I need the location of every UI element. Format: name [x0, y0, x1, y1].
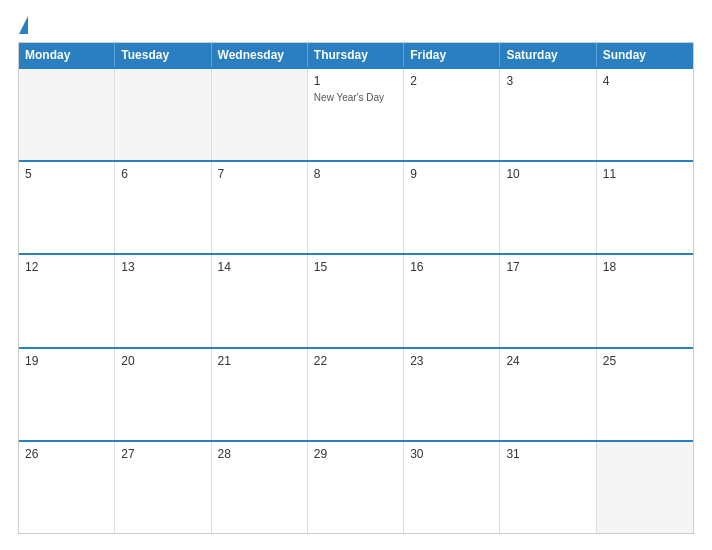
calendar-week-1: 1New Year's Day234	[19, 67, 693, 160]
calendar-body: 1New Year's Day2345678910111213141516171…	[19, 67, 693, 533]
cal-header-sunday: Sunday	[597, 43, 693, 67]
day-number: 11	[603, 166, 687, 183]
day-number: 1	[314, 73, 397, 90]
day-number: 14	[218, 259, 301, 276]
calendar-page: MondayTuesdayWednesdayThursdayFridaySatu…	[0, 0, 712, 550]
day-number: 20	[121, 353, 204, 370]
day-number: 22	[314, 353, 397, 370]
day-number: 19	[25, 353, 108, 370]
calendar-cell: 3	[500, 69, 596, 160]
calendar-cell: 1New Year's Day	[308, 69, 404, 160]
calendar-cell: 5	[19, 162, 115, 253]
calendar-cell: 9	[404, 162, 500, 253]
calendar-cell	[597, 442, 693, 533]
day-number: 31	[506, 446, 589, 463]
calendar-cell: 21	[212, 349, 308, 440]
day-number: 28	[218, 446, 301, 463]
day-number: 27	[121, 446, 204, 463]
day-number: 24	[506, 353, 589, 370]
day-number: 16	[410, 259, 493, 276]
day-number: 15	[314, 259, 397, 276]
calendar-cell: 13	[115, 255, 211, 346]
day-number: 13	[121, 259, 204, 276]
logo	[18, 16, 29, 34]
calendar-cell: 2	[404, 69, 500, 160]
calendar-cell: 24	[500, 349, 596, 440]
day-number: 17	[506, 259, 589, 276]
calendar-cell: 22	[308, 349, 404, 440]
calendar-grid: MondayTuesdayWednesdayThursdayFridaySatu…	[18, 42, 694, 534]
calendar-cell: 7	[212, 162, 308, 253]
day-number: 7	[218, 166, 301, 183]
calendar-cell: 18	[597, 255, 693, 346]
day-number: 25	[603, 353, 687, 370]
calendar-cell	[19, 69, 115, 160]
day-number: 21	[218, 353, 301, 370]
cal-header-saturday: Saturday	[500, 43, 596, 67]
calendar-header-row: MondayTuesdayWednesdayThursdayFridaySatu…	[19, 43, 693, 67]
day-number: 2	[410, 73, 493, 90]
calendar-header	[18, 16, 694, 34]
calendar-week-2: 567891011	[19, 160, 693, 253]
calendar-week-4: 19202122232425	[19, 347, 693, 440]
day-number: 12	[25, 259, 108, 276]
calendar-cell: 23	[404, 349, 500, 440]
holiday-label: New Year's Day	[314, 91, 397, 104]
cal-header-tuesday: Tuesday	[115, 43, 211, 67]
calendar-cell	[115, 69, 211, 160]
calendar-cell: 30	[404, 442, 500, 533]
day-number: 23	[410, 353, 493, 370]
day-number: 3	[506, 73, 589, 90]
calendar-cell: 14	[212, 255, 308, 346]
calendar-cell: 12	[19, 255, 115, 346]
calendar-cell: 8	[308, 162, 404, 253]
day-number: 18	[603, 259, 687, 276]
calendar-cell: 20	[115, 349, 211, 440]
cal-header-friday: Friday	[404, 43, 500, 67]
calendar-cell: 28	[212, 442, 308, 533]
calendar-cell: 17	[500, 255, 596, 346]
logo-triangle-icon	[19, 16, 28, 34]
calendar-cell: 29	[308, 442, 404, 533]
calendar-cell: 10	[500, 162, 596, 253]
calendar-cell: 25	[597, 349, 693, 440]
calendar-cell: 6	[115, 162, 211, 253]
calendar-cell: 4	[597, 69, 693, 160]
calendar-week-3: 12131415161718	[19, 253, 693, 346]
cal-header-wednesday: Wednesday	[212, 43, 308, 67]
calendar-cell: 26	[19, 442, 115, 533]
day-number: 9	[410, 166, 493, 183]
calendar-cell	[212, 69, 308, 160]
calendar-cell: 31	[500, 442, 596, 533]
cal-header-monday: Monday	[19, 43, 115, 67]
calendar-cell: 11	[597, 162, 693, 253]
day-number: 10	[506, 166, 589, 183]
cal-header-thursday: Thursday	[308, 43, 404, 67]
calendar-cell: 15	[308, 255, 404, 346]
day-number: 29	[314, 446, 397, 463]
calendar-cell: 27	[115, 442, 211, 533]
day-number: 30	[410, 446, 493, 463]
day-number: 26	[25, 446, 108, 463]
day-number: 5	[25, 166, 108, 183]
calendar-week-5: 262728293031	[19, 440, 693, 533]
day-number: 6	[121, 166, 204, 183]
day-number: 4	[603, 73, 687, 90]
calendar-cell: 19	[19, 349, 115, 440]
calendar-cell: 16	[404, 255, 500, 346]
day-number: 8	[314, 166, 397, 183]
